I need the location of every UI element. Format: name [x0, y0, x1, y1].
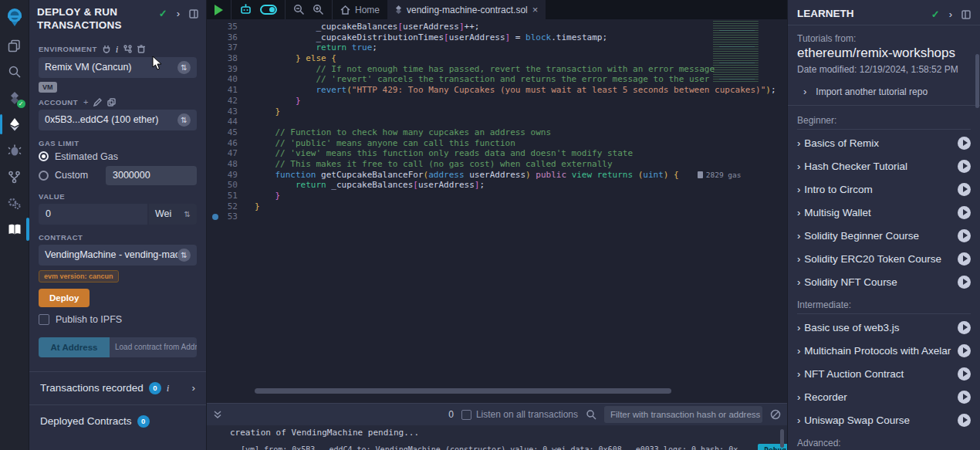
line-number[interactable]: 41 — [207, 85, 255, 96]
terminal-tx-line[interactable]: [vm] from: 0x5B3...eddC4 to: VendingMach… — [241, 444, 792, 450]
tutorial-item[interactable]: ›Solidity Beginner Course — [797, 224, 971, 247]
play-tutorial-button[interactable] — [958, 391, 971, 404]
line-number[interactable]: 51 — [207, 191, 255, 201]
estimated-gas-radio[interactable] — [39, 151, 49, 161]
terminal-search-icon[interactable] — [586, 409, 596, 420]
line-number[interactable]: 45 — [207, 127, 255, 138]
panel-expand-icon[interactable]: › — [177, 8, 180, 19]
git-icon[interactable] — [0, 164, 29, 190]
close-tab-icon[interactable]: × — [532, 4, 539, 15]
custom-gas-radio[interactable] — [39, 171, 49, 181]
plug-icon[interactable] — [103, 45, 110, 53]
code-editor[interactable]: 35 _cupcakeBalances[userAddress]++;36 _c… — [207, 19, 787, 403]
listen-all-checkbox[interactable] — [461, 410, 471, 420]
play-tutorial-button[interactable] — [958, 229, 971, 242]
play-tutorial-button[interactable] — [958, 276, 971, 289]
trash-icon[interactable] — [137, 45, 145, 53]
play-tutorial-button[interactable] — [958, 344, 971, 357]
sign-message-icon[interactable] — [93, 98, 102, 107]
tutorial-item[interactable]: ›Solidity ERC20 Token Course — [797, 247, 971, 270]
line-number[interactable]: 36 — [207, 32, 255, 43]
compile-success-badge: ✓ — [17, 100, 25, 108]
editor-minimap[interactable] — [713, 21, 778, 83]
tutorial-item[interactable]: ›Multichain Protocols with Axelar — [797, 339, 971, 362]
tutorial-item[interactable]: ›Recorder — [797, 385, 971, 408]
learneth-icon[interactable] — [0, 216, 29, 242]
play-tutorial-button[interactable] — [958, 252, 971, 266]
search-icon[interactable] — [0, 59, 29, 85]
line-number[interactable]: 50 — [207, 180, 255, 191]
value-unit-select[interactable]: Wei ⇅ — [149, 204, 197, 225]
breakpoint-dot[interactable] — [212, 214, 218, 220]
line-number[interactable]: 49 — [207, 170, 255, 181]
line-number[interactable]: 48 — [207, 159, 255, 170]
learneth-scrollbar[interactable] — [975, 54, 979, 108]
fork-state-icon[interactable] — [123, 45, 132, 53]
play-tutorial-button[interactable] — [958, 206, 971, 219]
ai-copilot-icon[interactable] — [239, 4, 252, 15]
deploy-and-run-icon[interactable] — [0, 111, 29, 137]
copilot-toggle[interactable] — [260, 5, 277, 15]
transactions-expand-icon[interactable]: › — [192, 382, 196, 394]
tutorial-item[interactable]: ›Intro to Circom — [797, 178, 971, 201]
play-tutorial-button[interactable] — [958, 367, 971, 381]
line-number[interactable]: 47 — [207, 148, 255, 159]
value-input[interactable]: 0 — [39, 204, 147, 225]
contract-select[interactable]: VendingMachine - vending-machin ⇅ — [39, 245, 197, 266]
environment-info-icon[interactable]: i — [116, 44, 119, 54]
line-number[interactable]: 43 — [207, 107, 255, 117]
play-tutorial-button[interactable] — [958, 183, 971, 196]
play-tutorial-button[interactable] — [958, 137, 971, 150]
learneth-expand-icon[interactable]: › — [949, 8, 952, 20]
line-number[interactable]: 52 — [207, 201, 255, 212]
editor-horizontal-scrollbar[interactable] — [255, 388, 671, 394]
tutorial-item[interactable]: ›Basics of Remix — [797, 131, 971, 154]
line-number[interactable]: 46 — [207, 138, 255, 149]
remix-logo-icon[interactable] — [0, 2, 29, 32]
transactions-info-icon[interactable]: i — [167, 382, 170, 394]
line-number[interactable]: 38 — [207, 53, 255, 64]
solidity-compiler-icon[interactable]: ✓ — [0, 85, 29, 111]
play-tutorial-button[interactable] — [958, 321, 971, 334]
deploy-button[interactable]: Deploy — [39, 289, 90, 307]
line-number[interactable]: 44 — [207, 117, 255, 127]
play-tutorial-button[interactable] — [958, 414, 971, 427]
run-script-icon[interactable] — [215, 5, 223, 15]
play-tutorial-button[interactable] — [958, 160, 971, 173]
tab-home[interactable]: Home — [333, 0, 387, 19]
tutorial-item[interactable]: ›NFT Auction Contract — [797, 362, 971, 385]
at-address-input[interactable]: Load contract from Addres — [110, 337, 197, 357]
clear-console-icon[interactable] — [770, 409, 781, 420]
expand-terminal-icon[interactable] — [213, 410, 222, 419]
tutorial-item[interactable]: ›Hash Checker Tutorial — [797, 154, 971, 178]
line-number[interactable]: 35 — [207, 22, 255, 32]
line-number[interactable]: 39 — [207, 64, 255, 75]
line-number[interactable]: 53 — [207, 211, 255, 222]
custom-gas-input[interactable]: 3000000 — [106, 166, 197, 185]
terminal-scrollbar[interactable] — [780, 429, 784, 448]
plugin-manager-icon[interactable] — [0, 190, 29, 216]
environment-select[interactable]: Remix VM (Cancun) ⇅ — [39, 57, 197, 78]
tab-vending-machine-contract[interactable]: vending-machine-contract.sol × — [387, 0, 546, 19]
line-number[interactable]: 40 — [207, 74, 255, 85]
pin-panel-icon[interactable] — [189, 9, 198, 19]
tutorial-item[interactable]: ›Solidity NFT Course — [797, 270, 971, 293]
import-tutorial-row[interactable]: › Import another tutorial repo — [788, 75, 980, 106]
at-address-button[interactable]: At Address — [39, 337, 110, 357]
terminal-filter-input[interactable]: Filter with transaction hash or address — [604, 406, 762, 423]
learneth-pin-icon[interactable] — [961, 10, 971, 19]
zoom-in-icon[interactable] — [313, 4, 324, 15]
copy-account-icon[interactable] — [107, 98, 116, 107]
tutorial-item[interactable]: ›Basic use of web3.js — [797, 316, 971, 339]
publish-ipfs-checkbox[interactable] — [39, 314, 49, 325]
account-select[interactable]: 0x5B3...eddC4 (100 ether) ⇅ — [39, 110, 197, 130]
line-number[interactable]: 37 — [207, 42, 255, 53]
zoom-out-icon[interactable] — [293, 4, 305, 15]
debugger-icon[interactable] — [0, 137, 29, 164]
file-explorer-icon[interactable] — [0, 32, 29, 59]
line-number[interactable]: 42 — [207, 96, 255, 107]
add-account-icon[interactable]: + — [83, 98, 88, 107]
transactions-recorded-row[interactable]: Transactions recorded 0 i › — [29, 372, 206, 404]
tutorial-item[interactable]: ›Uniswap Swap Course — [797, 408, 971, 431]
tutorial-item[interactable]: ›Multisig Wallet — [797, 201, 971, 224]
